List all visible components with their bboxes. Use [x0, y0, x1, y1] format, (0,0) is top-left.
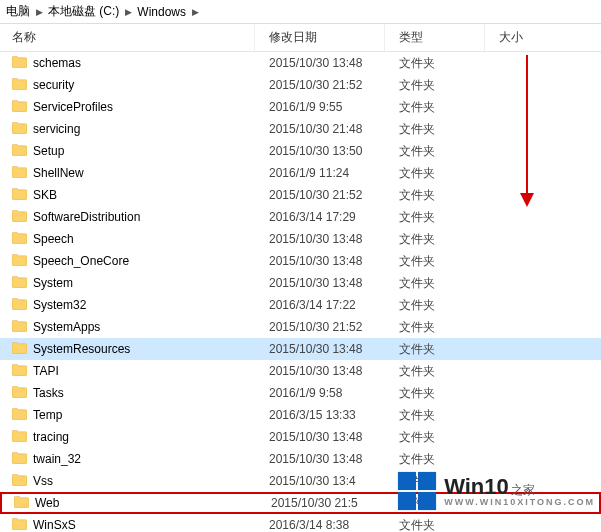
table-row[interactable]: Speech2015/10/30 13:48文件夹 — [0, 228, 601, 250]
folder-label: schemas — [33, 56, 81, 70]
cell-name: SoftwareDistribution — [0, 210, 255, 225]
cell-date: 2015/10/30 13:48 — [255, 364, 385, 378]
folder-icon — [12, 232, 27, 247]
cell-date: 2015/10/30 13:48 — [255, 452, 385, 466]
folder-label: System32 — [33, 298, 86, 312]
folder-label: ServiceProfiles — [33, 100, 113, 114]
folder-icon — [12, 78, 27, 93]
folder-icon — [12, 100, 27, 115]
cell-name: SystemResources — [0, 342, 255, 357]
cell-name: Vss — [0, 474, 255, 489]
cell-name: System32 — [0, 298, 255, 313]
table-row[interactable]: Setup2015/10/30 13:50文件夹 — [0, 140, 601, 162]
table-row[interactable]: TAPI2015/10/30 13:48文件夹 — [0, 360, 601, 382]
cell-name: Tasks — [0, 386, 255, 401]
folder-label: SystemResources — [33, 342, 130, 356]
cell-date: 2016/3/14 8:38 — [255, 518, 385, 532]
cell-date: 2016/1/9 11:24 — [255, 166, 385, 180]
cell-type: 文件夹 — [385, 341, 485, 358]
breadcrumb-seg-folder[interactable]: Windows — [135, 0, 188, 23]
breadcrumb-seg-pc[interactable]: 电脑 — [4, 0, 32, 23]
table-row[interactable]: twain_322015/10/30 13:48文件夹 — [0, 448, 601, 470]
table-row[interactable]: security2015/10/30 21:52文件夹 — [0, 74, 601, 96]
cell-name: Speech — [0, 232, 255, 247]
column-headers: 名称 修改日期 类型 大小 — [0, 24, 601, 52]
folder-icon — [12, 298, 27, 313]
folder-label: servicing — [33, 122, 80, 136]
folder-icon — [12, 386, 27, 401]
folder-icon — [12, 430, 27, 445]
table-row[interactable]: ServiceProfiles2016/1/9 9:55文件夹 — [0, 96, 601, 118]
folder-icon — [12, 144, 27, 159]
column-header-type[interactable]: 类型 — [385, 24, 485, 51]
watermark-url: WWW.WIN10XITONG.COM — [444, 498, 595, 507]
cell-type: 文件夹 — [385, 275, 485, 292]
watermark: Win10之家 WWW.WIN10XITONG.COM — [396, 470, 595, 512]
folder-label: Speech_OneCore — [33, 254, 129, 268]
cell-type: 文件夹 — [385, 187, 485, 204]
table-row[interactable]: ShellNew2016/1/9 11:24文件夹 — [0, 162, 601, 184]
cell-type: 文件夹 — [385, 429, 485, 446]
table-row[interactable]: WinSxS2016/3/14 8:38文件夹 — [0, 514, 601, 532]
svg-rect-0 — [398, 472, 416, 490]
folder-icon — [12, 188, 27, 203]
cell-date: 2016/3/14 17:22 — [255, 298, 385, 312]
cell-type: 文件夹 — [385, 319, 485, 336]
watermark-brand: Win10 — [444, 474, 509, 499]
column-header-name[interactable]: 名称 — [0, 24, 255, 51]
chevron-right-icon[interactable]: ▶ — [32, 7, 46, 17]
cell-type: 文件夹 — [385, 77, 485, 94]
table-row[interactable]: Speech_OneCore2015/10/30 13:48文件夹 — [0, 250, 601, 272]
folder-icon — [12, 56, 27, 71]
cell-type: 文件夹 — [385, 143, 485, 160]
watermark-suffix: 之家 — [511, 483, 535, 497]
folder-label: Temp — [33, 408, 62, 422]
cell-name: TAPI — [0, 364, 255, 379]
folder-icon — [12, 474, 27, 489]
folder-icon — [12, 254, 27, 269]
cell-name: schemas — [0, 56, 255, 71]
table-row[interactable]: Temp2016/3/15 13:33文件夹 — [0, 404, 601, 426]
cell-name: SystemApps — [0, 320, 255, 335]
cell-date: 2016/1/9 9:55 — [255, 100, 385, 114]
table-row[interactable]: tracing2015/10/30 13:48文件夹 — [0, 426, 601, 448]
cell-date: 2016/3/15 13:33 — [255, 408, 385, 422]
folder-icon — [12, 342, 27, 357]
table-row[interactable]: SystemResources2015/10/30 13:48文件夹 — [0, 338, 601, 360]
breadcrumb: 电脑 ▶ 本地磁盘 (C:) ▶ Windows ▶ — [0, 0, 601, 24]
cell-name: Web — [2, 496, 257, 511]
cell-name: ServiceProfiles — [0, 100, 255, 115]
cell-type: 文件夹 — [385, 99, 485, 116]
table-row[interactable]: SoftwareDistribution2016/3/14 17:29文件夹 — [0, 206, 601, 228]
table-row[interactable]: System2015/10/30 13:48文件夹 — [0, 272, 601, 294]
cell-date: 2016/1/9 9:58 — [255, 386, 385, 400]
cell-name: Temp — [0, 408, 255, 423]
chevron-right-icon[interactable]: ▶ — [188, 7, 202, 17]
folder-icon — [14, 496, 29, 511]
folder-label: SKB — [33, 188, 57, 202]
breadcrumb-seg-drive[interactable]: 本地磁盘 (C:) — [46, 0, 121, 23]
folder-label: SoftwareDistribution — [33, 210, 140, 224]
cell-type: 文件夹 — [385, 121, 485, 138]
table-row[interactable]: schemas2015/10/30 13:48文件夹 — [0, 52, 601, 74]
cell-name: System — [0, 276, 255, 291]
chevron-right-icon[interactable]: ▶ — [121, 7, 135, 17]
table-row[interactable]: SystemApps2015/10/30 21:52文件夹 — [0, 316, 601, 338]
column-header-size[interactable]: 大小 — [485, 24, 575, 51]
column-header-date[interactable]: 修改日期 — [255, 24, 385, 51]
cell-name: WinSxS — [0, 518, 255, 533]
cell-name: security — [0, 78, 255, 93]
cell-name: Setup — [0, 144, 255, 159]
folder-label: TAPI — [33, 364, 59, 378]
folder-label: security — [33, 78, 74, 92]
cell-type: 文件夹 — [385, 363, 485, 380]
cell-date: 2015/10/30 21:52 — [255, 320, 385, 334]
cell-date: 2015/10/30 21:5 — [257, 496, 387, 510]
table-row[interactable]: Tasks2016/1/9 9:58文件夹 — [0, 382, 601, 404]
cell-date: 2015/10/30 13:48 — [255, 232, 385, 246]
cell-type: 文件夹 — [385, 165, 485, 182]
table-row[interactable]: servicing2015/10/30 21:48文件夹 — [0, 118, 601, 140]
table-row[interactable]: System322016/3/14 17:22文件夹 — [0, 294, 601, 316]
svg-rect-1 — [418, 472, 436, 490]
table-row[interactable]: SKB2015/10/30 21:52文件夹 — [0, 184, 601, 206]
